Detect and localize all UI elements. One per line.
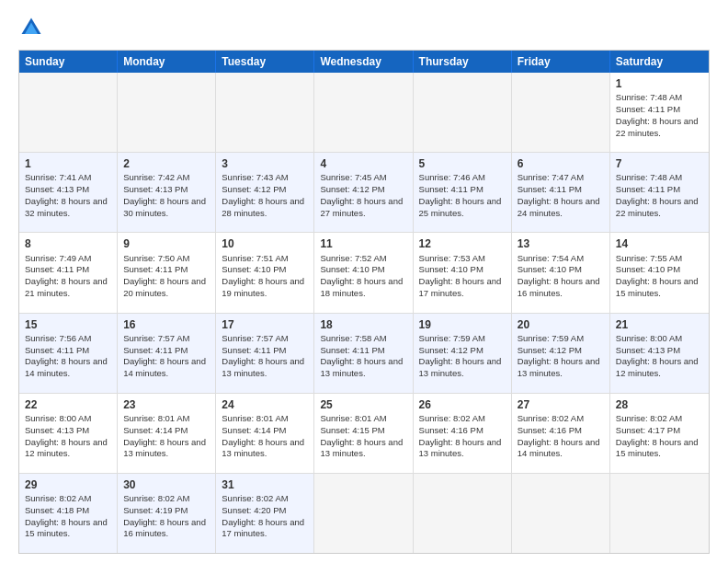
day-cell-1: 1Sunrise: 7:41 AM Sunset: 4:13 PM Daylig…	[19, 153, 118, 232]
day-info: Sunrise: 7:53 AM Sunset: 4:10 PM Dayligh…	[419, 253, 502, 298]
empty-cell	[216, 73, 314, 152]
day-info: Sunrise: 7:48 AM Sunset: 4:11 PM Dayligh…	[616, 92, 699, 137]
day-number: 5	[419, 156, 506, 171]
day-info: Sunrise: 7:51 AM Sunset: 4:10 PM Dayligh…	[222, 253, 304, 298]
day-number: 6	[518, 156, 604, 171]
day-number: 26	[419, 397, 506, 412]
day-cell-12: 12Sunrise: 7:53 AM Sunset: 4:10 PM Dayli…	[414, 233, 512, 312]
empty-cell	[512, 73, 610, 152]
day-info: Sunrise: 7:55 AM Sunset: 4:10 PM Dayligh…	[616, 253, 699, 298]
day-info: Sunrise: 7:47 AM Sunset: 4:11 PM Dayligh…	[518, 172, 600, 217]
day-number: 27	[518, 397, 604, 412]
calendar: SundayMondayTuesdayWednesdayThursdayFrid…	[18, 50, 710, 554]
empty-cell	[414, 474, 512, 553]
day-header-tuesday: Tuesday	[216, 51, 314, 73]
day-info: Sunrise: 7:59 AM Sunset: 4:12 PM Dayligh…	[419, 333, 502, 378]
day-number: 4	[320, 156, 406, 171]
logo-icon	[18, 15, 44, 40]
day-number: 16	[123, 317, 210, 332]
day-info: Sunrise: 7:48 AM Sunset: 4:11 PM Dayligh…	[616, 172, 699, 217]
day-cell-27: 27Sunrise: 8:02 AM Sunset: 4:16 PM Dayli…	[512, 394, 610, 473]
day-info: Sunrise: 7:58 AM Sunset: 4:11 PM Dayligh…	[320, 333, 403, 378]
day-info: Sunrise: 8:02 AM Sunset: 4:18 PM Dayligh…	[25, 493, 108, 538]
day-cell-1: 1Sunrise: 7:48 AM Sunset: 4:11 PM Daylig…	[610, 73, 709, 152]
day-cell-20: 20Sunrise: 7:59 AM Sunset: 4:12 PM Dayli…	[512, 314, 610, 393]
day-info: Sunrise: 7:49 AM Sunset: 4:11 PM Dayligh…	[25, 253, 108, 298]
day-cell-18: 18Sunrise: 7:58 AM Sunset: 4:11 PM Dayli…	[314, 314, 413, 393]
day-number: 22	[25, 397, 111, 412]
empty-cell	[414, 73, 512, 152]
day-info: Sunrise: 7:46 AM Sunset: 4:11 PM Dayligh…	[419, 172, 502, 217]
day-info: Sunrise: 8:00 AM Sunset: 4:13 PM Dayligh…	[25, 413, 108, 458]
day-info: Sunrise: 7:43 AM Sunset: 4:12 PM Dayligh…	[222, 172, 304, 217]
day-cell-7: 7Sunrise: 7:48 AM Sunset: 4:11 PM Daylig…	[610, 153, 709, 232]
day-number: 18	[320, 317, 406, 332]
page: SundayMondayTuesdayWednesdayThursdayFrid…	[0, 0, 728, 563]
day-cell-25: 25Sunrise: 8:01 AM Sunset: 4:15 PM Dayli…	[314, 394, 413, 473]
day-cell-11: 11Sunrise: 7:52 AM Sunset: 4:10 PM Dayli…	[314, 233, 413, 312]
day-cell-13: 13Sunrise: 7:54 AM Sunset: 4:10 PM Dayli…	[512, 233, 610, 312]
day-info: Sunrise: 7:56 AM Sunset: 4:11 PM Dayligh…	[25, 333, 108, 378]
calendar-row-5: 29Sunrise: 8:02 AM Sunset: 4:18 PM Dayli…	[19, 473, 709, 553]
empty-cell	[610, 474, 709, 553]
day-number: 14	[616, 236, 703, 251]
day-info: Sunrise: 8:02 AM Sunset: 4:16 PM Dayligh…	[419, 413, 502, 458]
day-info: Sunrise: 7:42 AM Sunset: 4:13 PM Dayligh…	[123, 172, 206, 217]
calendar-header: SundayMondayTuesdayWednesdayThursdayFrid…	[19, 51, 709, 73]
day-number: 29	[25, 477, 111, 492]
day-header-friday: Friday	[512, 51, 610, 73]
day-number: 13	[518, 236, 604, 251]
day-number: 25	[320, 397, 406, 412]
day-header-saturday: Saturday	[610, 51, 709, 73]
day-number: 8	[25, 236, 111, 251]
day-number: 19	[419, 317, 506, 332]
day-info: Sunrise: 7:59 AM Sunset: 4:12 PM Dayligh…	[518, 333, 600, 378]
empty-cell	[118, 73, 216, 152]
day-info: Sunrise: 7:50 AM Sunset: 4:11 PM Dayligh…	[123, 253, 206, 298]
day-info: Sunrise: 8:02 AM Sunset: 4:20 PM Dayligh…	[222, 493, 304, 538]
day-cell-16: 16Sunrise: 7:57 AM Sunset: 4:11 PM Dayli…	[118, 314, 216, 393]
day-info: Sunrise: 8:01 AM Sunset: 4:14 PM Dayligh…	[123, 413, 206, 458]
day-cell-9: 9Sunrise: 7:50 AM Sunset: 4:11 PM Daylig…	[118, 233, 216, 312]
day-cell-8: 8Sunrise: 7:49 AM Sunset: 4:11 PM Daylig…	[19, 233, 118, 312]
day-cell-29: 29Sunrise: 8:02 AM Sunset: 4:18 PM Dayli…	[19, 474, 118, 553]
day-number: 9	[123, 236, 210, 251]
day-cell-15: 15Sunrise: 7:56 AM Sunset: 4:11 PM Dayli…	[19, 314, 118, 393]
day-info: Sunrise: 7:57 AM Sunset: 4:11 PM Dayligh…	[222, 333, 304, 378]
day-header-monday: Monday	[118, 51, 216, 73]
empty-cell	[314, 73, 413, 152]
calendar-row-0: 1Sunrise: 7:48 AM Sunset: 4:11 PM Daylig…	[19, 73, 709, 152]
day-number: 23	[123, 397, 210, 412]
calendar-row-3: 15Sunrise: 7:56 AM Sunset: 4:11 PM Dayli…	[19, 313, 709, 393]
day-header-thursday: Thursday	[414, 51, 512, 73]
day-cell-4: 4Sunrise: 7:45 AM Sunset: 4:12 PM Daylig…	[314, 153, 413, 232]
day-cell-28: 28Sunrise: 8:02 AM Sunset: 4:17 PM Dayli…	[610, 394, 709, 473]
day-number: 20	[518, 317, 604, 332]
day-cell-23: 23Sunrise: 8:01 AM Sunset: 4:14 PM Dayli…	[118, 394, 216, 473]
day-cell-5: 5Sunrise: 7:46 AM Sunset: 4:11 PM Daylig…	[414, 153, 512, 232]
day-number: 28	[616, 397, 703, 412]
day-info: Sunrise: 7:45 AM Sunset: 4:12 PM Dayligh…	[320, 172, 403, 217]
day-number: 31	[222, 477, 308, 492]
day-cell-10: 10Sunrise: 7:51 AM Sunset: 4:10 PM Dayli…	[216, 233, 314, 312]
day-number: 15	[25, 317, 111, 332]
day-cell-26: 26Sunrise: 8:02 AM Sunset: 4:16 PM Dayli…	[414, 394, 512, 473]
day-info: Sunrise: 7:57 AM Sunset: 4:11 PM Dayligh…	[123, 333, 206, 378]
day-cell-2: 2Sunrise: 7:42 AM Sunset: 4:13 PM Daylig…	[118, 153, 216, 232]
day-cell-24: 24Sunrise: 8:01 AM Sunset: 4:14 PM Dayli…	[216, 394, 314, 473]
day-cell-31: 31Sunrise: 8:02 AM Sunset: 4:20 PM Dayli…	[216, 474, 314, 553]
day-number: 10	[222, 236, 308, 251]
day-info: Sunrise: 8:02 AM Sunset: 4:19 PM Dayligh…	[123, 493, 206, 538]
day-header-wednesday: Wednesday	[314, 51, 413, 73]
day-cell-6: 6Sunrise: 7:47 AM Sunset: 4:11 PM Daylig…	[512, 153, 610, 232]
day-info: Sunrise: 8:00 AM Sunset: 4:13 PM Dayligh…	[616, 333, 699, 378]
day-number: 17	[222, 317, 308, 332]
day-cell-19: 19Sunrise: 7:59 AM Sunset: 4:12 PM Dayli…	[414, 314, 512, 393]
day-info: Sunrise: 8:02 AM Sunset: 4:17 PM Dayligh…	[616, 413, 699, 458]
day-cell-30: 30Sunrise: 8:02 AM Sunset: 4:19 PM Dayli…	[118, 474, 216, 553]
day-info: Sunrise: 8:01 AM Sunset: 4:15 PM Dayligh…	[320, 413, 403, 458]
day-number: 2	[123, 156, 210, 171]
day-cell-21: 21Sunrise: 8:00 AM Sunset: 4:13 PM Dayli…	[610, 314, 709, 393]
header	[18, 15, 710, 40]
day-number: 12	[419, 236, 506, 251]
